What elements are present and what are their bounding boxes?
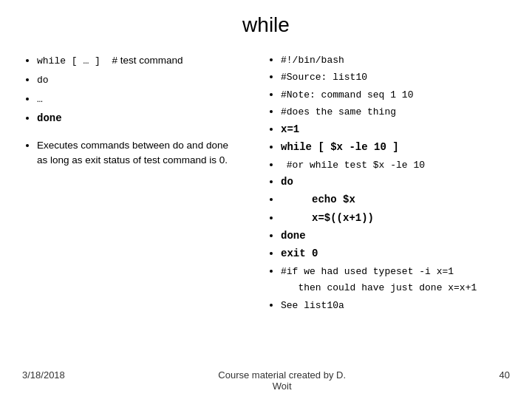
content-area: while [ … ] # test command do … done Exe…	[0, 44, 532, 314]
list-item: x=1	[281, 121, 510, 138]
list-item: exit 0	[281, 245, 510, 262]
list-item: #if we had used typeset -i x=1 then coul…	[281, 263, 510, 296]
list-item: while [ … ] # test command	[37, 52, 236, 69]
item-text: while [ $x -le 10 ]	[281, 141, 399, 153]
item-text: #Source: list10	[281, 72, 367, 83]
right-list: #!/bin/bash #Source: list10 #Note: comma…	[266, 52, 510, 313]
description-text: Executes commands between do and done as…	[37, 140, 228, 166]
item-text: #!/bin/bash	[281, 55, 344, 66]
item-text: do	[37, 75, 49, 86]
left-bullet-list: while [ … ] # test command do … done	[22, 52, 236, 128]
item-text: See list10a	[281, 300, 344, 311]
item-text: …	[37, 94, 43, 105]
item-text: #does the same thing	[281, 106, 396, 117]
list-item: #does the same thing	[281, 103, 510, 120]
description-list: Executes commands between do and done as…	[22, 138, 236, 168]
list-item: …	[37, 90, 236, 108]
item-text: x=$((x+1))	[281, 212, 374, 224]
item-text: #or while test $x -le 10	[281, 160, 425, 171]
item-text: while [ … ] # test command	[37, 55, 183, 66]
list-item: #or while test $x -le 10	[281, 157, 510, 173]
item-text: #Note: command seq 1 10	[281, 89, 413, 100]
footer-center-line2: Woit	[273, 381, 292, 392]
list-item: #Note: command seq 1 10	[281, 86, 510, 103]
footer-left: 3/18/2018	[22, 369, 65, 392]
list-item: done	[37, 109, 236, 128]
list-item: See list10a	[281, 297, 510, 313]
item-text: done	[37, 112, 62, 124]
list-item: x=$((x+1))	[281, 210, 510, 227]
list-item: while [ $x -le 10 ]	[281, 139, 510, 156]
list-item: do	[37, 71, 236, 89]
description-item: Executes commands between do and done as…	[37, 138, 236, 168]
list-item: echo $x	[281, 191, 510, 208]
item-text: exit 0	[281, 248, 318, 259]
right-column: #!/bin/bash #Source: list10 #Note: comma…	[259, 52, 510, 314]
footer-center: Course material created by D. Woit	[65, 369, 499, 392]
list-item: done	[281, 228, 510, 245]
list-item: do	[281, 174, 510, 191]
list-item: #!/bin/bash	[281, 52, 510, 68]
list-item: #Source: list10	[281, 69, 510, 85]
footer-center-line1: Course material created by D.	[218, 369, 346, 381]
item-text: done	[281, 230, 306, 242]
item-text: echo $x	[281, 194, 355, 205]
footer-right: 40	[499, 369, 510, 392]
page-title: while	[0, 0, 532, 44]
left-column: while [ … ] # test command do … done Exe…	[22, 52, 244, 314]
item-text: x=1	[281, 123, 299, 135]
item-text: #if we had used typeset -i x=1 then coul…	[281, 266, 477, 293]
footer: 3/18/2018 Course material created by D. …	[0, 369, 532, 392]
item-text: do	[281, 176, 293, 188]
